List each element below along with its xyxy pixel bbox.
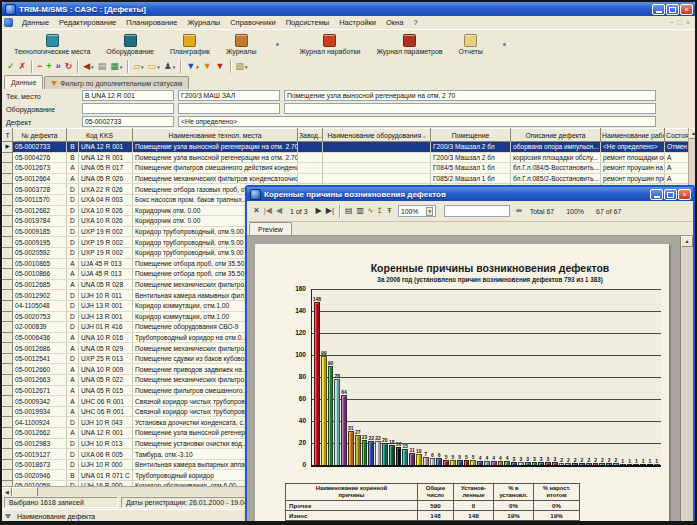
- report-close-button[interactable]: ×: [678, 189, 691, 200]
- header-equipment-name[interactable]: Наименование оборудования▵: [323, 129, 431, 142]
- header-kks-code[interactable]: Код KKS: [67, 129, 133, 142]
- chart-bar: 2: [559, 463, 565, 465]
- toolbar-button-sheet[interactable]: ▤: [96, 60, 109, 74]
- cell-kks: UXA 22 R 026: [79, 184, 133, 195]
- header-t[interactable]: Т: [3, 129, 13, 142]
- toolbar-button-journal[interactable]: ▱▾: [131, 60, 145, 74]
- zoom-select[interactable]: 100% ▾: [398, 205, 436, 217]
- find-binoculars-icon[interactable]: ∞: [514, 202, 524, 220]
- menu-item[interactable]: Данные: [17, 18, 54, 27]
- cell-letter: D: [67, 226, 79, 237]
- table-row[interactable]: 05-0004276BUNA 12 R 001Помещение узла вы…: [3, 152, 689, 163]
- summary-header-cell: % в установл.: [494, 484, 534, 501]
- mdi-close-icon[interactable]: ×: [686, 19, 690, 26]
- cell-num: 05-0018673: [13, 459, 67, 470]
- table-row[interactable]: 05-0012664AUNA 05 R 026Помещение механич…: [3, 173, 689, 184]
- cell-zavod: [298, 152, 323, 163]
- header-state[interactable]: Состоян...: [665, 129, 689, 142]
- toolbar-button-plan-schedule[interactable]: Планграфик: [162, 30, 218, 59]
- cell-kks: UNA 05 R 026: [79, 173, 133, 184]
- menu-item[interactable]: ?: [408, 18, 422, 27]
- header-work-name[interactable]: Наименование работы: [601, 129, 665, 142]
- toolbar-button-param-journal[interactable]: Журнал параметров: [368, 30, 450, 59]
- next-page-icon[interactable]: ▶: [314, 202, 324, 220]
- scroll-up-icon[interactable]: ▲: [689, 128, 697, 139]
- tech-place-code-field[interactable]: B UNA 12 R 001: [82, 90, 174, 101]
- toolbar-button-journals[interactable]: Журналы: [218, 30, 265, 59]
- report-scroll-up-icon[interactable]: ▲: [681, 236, 693, 247]
- tech-place-zone-field[interactable]: Г200/3 МАШ ЗАЛ: [178, 90, 280, 101]
- row-selector: [3, 152, 13, 163]
- menu-item[interactable]: Журналы: [182, 18, 225, 27]
- equipment-name-field[interactable]: [284, 103, 656, 114]
- report-title-bar: Коренные причины возникновения дефектов …: [247, 187, 693, 201]
- defect-type-field[interactable]: <Не определено>: [178, 116, 656, 127]
- print-icon[interactable]: ▤: [343, 202, 355, 220]
- toolbar-button-person[interactable]: ♟▾: [162, 60, 178, 74]
- row-selector: [3, 364, 13, 375]
- journal-icon: ▱: [133, 60, 140, 73]
- defect-number-field[interactable]: 05-0002733: [82, 116, 174, 127]
- refresh-report-icon[interactable]: ϟ: [366, 202, 374, 220]
- toolbar-button-execute[interactable]: ◀▾: [81, 60, 95, 74]
- equipment-zone-field[interactable]: [178, 103, 280, 114]
- toolbar-button-save[interactable]: ▦▾: [108, 60, 124, 74]
- close-button[interactable]: ×: [680, 4, 693, 15]
- tab-data[interactable]: Данные: [4, 75, 43, 89]
- table-row[interactable]: 05-0012673AUNA 05 R 017Помещение фильтро…: [3, 163, 689, 174]
- header-room[interactable]: Помещение: [431, 129, 511, 142]
- export-icon[interactable]: ↥: [374, 202, 385, 220]
- toolbar-button-filter[interactable]: ▼▾: [184, 60, 200, 74]
- toolbar-button-filter-apply[interactable]: ▼: [201, 60, 214, 74]
- bar-value-label: 2: [574, 458, 577, 463]
- header-defect-description[interactable]: Описание дефекта: [511, 129, 601, 142]
- toolbar-button-remove[interactable]: −: [35, 60, 44, 74]
- table-row[interactable]: ▶05-0002733BUNA 12 R 001Помещение узла в…: [3, 142, 689, 153]
- summary-cell: 31%: [534, 520, 580, 525]
- first-page-icon[interactable]: |◀: [262, 202, 274, 220]
- last-page-icon[interactable]: ▶|: [324, 202, 336, 220]
- report-restore-button[interactable]: [664, 189, 677, 200]
- print-setup-icon[interactable]: ▥: [355, 202, 367, 220]
- chart-plot-area: 1489990786431272322222018161511107665555…: [311, 289, 661, 467]
- close-preview-icon[interactable]: ✕: [251, 202, 262, 220]
- mdi-restore-icon[interactable]: □: [678, 19, 682, 26]
- toolbar-button-forward[interactable]: »: [54, 60, 63, 74]
- menu-item[interactable]: Окна: [381, 18, 408, 27]
- menu-item[interactable]: Справочники: [225, 18, 280, 27]
- toolbar-button-add[interactable]: +: [44, 60, 53, 74]
- toolbar-button-work-journal[interactable]: Журнал наработки: [291, 30, 368, 59]
- prev-page-icon[interactable]: ◀: [274, 202, 284, 220]
- minimize-button[interactable]: [652, 4, 665, 15]
- toolbar-button-refresh[interactable]: ↻: [63, 60, 75, 74]
- chart-bar: 3: [525, 462, 531, 465]
- report-minimize-button[interactable]: [650, 189, 663, 200]
- toolbar-button-tech-places[interactable]: Технологические места: [6, 30, 98, 59]
- header-zavod[interactable]: Завод..: [298, 129, 323, 142]
- restore-button[interactable]: [666, 4, 679, 15]
- report-vertical-scrollbar[interactable]: ▲: [680, 236, 693, 525]
- toolbar-button-label: Журнал наработки: [299, 48, 360, 55]
- toolbar-button-equipment[interactable]: Оборудование: [98, 30, 162, 59]
- chart-bar: 2: [586, 463, 592, 465]
- tab-preview[interactable]: Preview: [249, 222, 292, 235]
- menu-item[interactable]: Планирование: [121, 18, 182, 27]
- menu-item[interactable]: Настройки: [334, 18, 381, 27]
- header-tech-place-name[interactable]: Наименование технол. места: [133, 129, 298, 142]
- toolbar-button-reports[interactable]: Отчеты: [451, 30, 491, 59]
- toolbar-button-cancel[interactable]: ✗: [17, 60, 29, 74]
- report-search-input[interactable]: [444, 205, 510, 217]
- tab-filter-statuses[interactable]: Фильтр по дополнительным статусам: [44, 76, 189, 89]
- toolbar-button-filter-clear[interactable]: ▼: [214, 60, 227, 74]
- text-search-icon[interactable]: Ŧ: [385, 202, 394, 220]
- toolbar-button-report[interactable]: ▧▾: [234, 60, 250, 74]
- tech-place-name-field[interactable]: Помещение узла выносной регенерации на о…: [284, 90, 656, 101]
- toolbar-button-apply[interactable]: ✓: [5, 60, 17, 74]
- mdi-window-controls[interactable]: −□×: [670, 19, 693, 26]
- equipment-code-field[interactable]: [82, 103, 174, 114]
- menu-item[interactable]: Подсистемы: [281, 18, 335, 27]
- header-defect-number[interactable]: № дефекта: [13, 129, 67, 142]
- mdi-minimize-icon[interactable]: −: [670, 19, 674, 26]
- menu-item[interactable]: Редактирование: [54, 18, 121, 27]
- toolbar-button-document[interactable]: ▭▾: [146, 60, 162, 74]
